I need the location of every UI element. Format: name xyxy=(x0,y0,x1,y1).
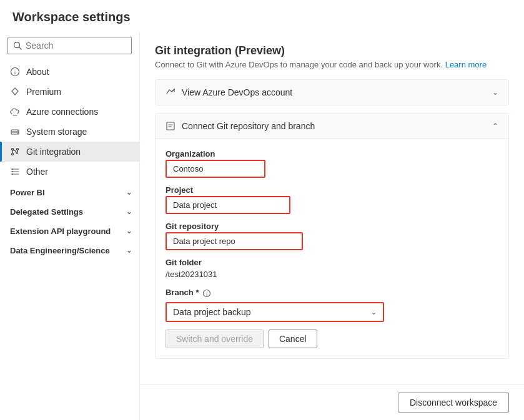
sidebar-item-label-storage: System storage xyxy=(26,127,87,137)
info-circle-icon: i xyxy=(202,289,211,298)
git-icon xyxy=(10,147,20,157)
sidebar-item-label-other: Other xyxy=(26,167,48,177)
svg-text:i: i xyxy=(206,291,208,297)
organization-value: Contoso xyxy=(173,164,258,173)
switch-override-button[interactable]: Switch and override xyxy=(166,330,264,348)
chevron-down-icon: ⌄ xyxy=(126,227,132,235)
bottom-bar: Disconnect workspace xyxy=(140,384,524,420)
project-label: Project xyxy=(166,185,498,195)
git-repository-value: Data project repo xyxy=(173,237,295,246)
list-icon xyxy=(10,167,20,177)
field-organization: Organization Contoso xyxy=(166,149,498,178)
azure-devops-header[interactable]: View Azure DevOps account ⌄ xyxy=(156,80,508,105)
connect-git-label: Connect Git repository and branch xyxy=(182,121,315,131)
sidebar-group-delegated-settings[interactable]: Delegated Settings ⌄ xyxy=(0,201,139,220)
git-folder-label: Git folder xyxy=(166,258,498,267)
field-branch: Branch * i Data project backup xyxy=(166,288,498,322)
connect-git-panel: Connect Git repository and branch ⌃ Orga… xyxy=(155,113,509,359)
sidebar-item-label-git: Git integration xyxy=(26,147,81,157)
connect-git-header[interactable]: Connect Git repository and branch ⌃ xyxy=(156,114,508,139)
diamond-icon xyxy=(10,87,20,97)
svg-point-17 xyxy=(12,171,13,172)
svg-text:i: i xyxy=(14,69,16,76)
azure-devops-label: View Azure DevOps account xyxy=(182,87,292,97)
chevron-up-icon: ⌃ xyxy=(492,122,498,130)
sidebar-item-other[interactable]: Other xyxy=(0,162,139,182)
cloud-icon xyxy=(10,107,20,117)
sidebar-item-azure-connections[interactable]: Azure connections xyxy=(0,102,139,122)
sidebar-group-label-data-engineering: Data Engineering/Science xyxy=(10,246,110,255)
search-box[interactable] xyxy=(7,37,132,54)
connect-git-content: Organization Contoso Project Data projec… xyxy=(156,139,508,358)
info-icon: i xyxy=(10,67,20,77)
chevron-down-icon: ⌄ xyxy=(492,88,498,97)
sidebar: i About Premium xyxy=(0,32,140,420)
sidebar-group-label-delegated: Delegated Settings xyxy=(10,207,83,217)
chevron-down-icon: ⌄ xyxy=(371,308,377,316)
field-git-repository: Git repository Data project repo xyxy=(166,222,498,250)
sidebar-item-label-about: About xyxy=(26,67,49,77)
sidebar-group-power-bi[interactable]: Power BI ⌄ xyxy=(0,182,139,201)
sidebar-group-extension-api[interactable]: Extension API playground ⌄ xyxy=(0,220,139,240)
sidebar-item-label-azure: Azure connections xyxy=(26,107,98,117)
chevron-down-icon: ⌄ xyxy=(126,247,132,255)
git-repository-label: Git repository xyxy=(166,222,498,231)
chevron-down-icon: ⌄ xyxy=(126,188,132,197)
search-icon xyxy=(13,41,22,50)
git-folder-value: /test20231031 xyxy=(166,270,498,279)
page-title: Workspace settings xyxy=(0,0,524,32)
svg-point-16 xyxy=(12,168,13,170)
main-layout: i About Premium xyxy=(0,32,524,420)
svg-point-18 xyxy=(12,173,13,175)
sidebar-item-premium[interactable]: Premium xyxy=(0,82,139,102)
svg-point-8 xyxy=(17,130,17,131)
organization-label: Organization xyxy=(166,149,498,159)
app-container: Workspace settings i xyxy=(0,0,524,420)
search-input[interactable] xyxy=(26,41,126,51)
svg-marker-4 xyxy=(12,88,18,95)
sidebar-group-label-power-bi: Power BI xyxy=(10,188,45,197)
branch-dropdown[interactable]: Data project backup ⌄ xyxy=(166,302,384,322)
cancel-button[interactable]: Cancel xyxy=(269,330,317,348)
svg-point-9 xyxy=(17,133,17,134)
svg-point-11 xyxy=(17,149,19,150)
svg-rect-19 xyxy=(167,122,174,130)
branch-label: Branch * xyxy=(166,288,199,297)
disconnect-workspace-button[interactable]: Disconnect workspace xyxy=(398,393,509,413)
sidebar-group-label-extension: Extension API playground xyxy=(10,227,111,236)
main-content: Git integration (Preview) Connect to Git… xyxy=(140,32,524,384)
svg-line-1 xyxy=(19,47,22,50)
sidebar-item-about[interactable]: i About xyxy=(0,62,139,82)
sidebar-item-git-integration[interactable]: Git integration xyxy=(0,142,139,162)
field-git-folder: Git folder /test20231031 xyxy=(166,258,498,280)
azure-devops-icon xyxy=(166,87,175,97)
storage-icon xyxy=(10,127,20,137)
field-project: Project Data project xyxy=(166,185,498,214)
sidebar-item-label-premium: Premium xyxy=(26,87,61,97)
action-buttons: Switch and override Cancel xyxy=(166,330,498,348)
svg-point-12 xyxy=(12,154,14,155)
git-repo-icon xyxy=(166,121,175,131)
sidebar-item-system-storage[interactable]: System storage xyxy=(0,122,139,142)
learn-more-link[interactable]: Learn more xyxy=(445,60,487,69)
content-title: Git integration (Preview) xyxy=(155,44,509,57)
content-subtitle: Connect to Git with Azure DevOps to mana… xyxy=(155,60,509,69)
branch-value: Data project backup xyxy=(173,307,251,317)
sidebar-group-data-engineering[interactable]: Data Engineering/Science ⌄ xyxy=(0,240,139,259)
project-value: Data project xyxy=(173,200,283,210)
chevron-down-icon: ⌄ xyxy=(126,208,132,216)
azure-devops-panel: View Azure DevOps account ⌄ xyxy=(155,79,509,105)
